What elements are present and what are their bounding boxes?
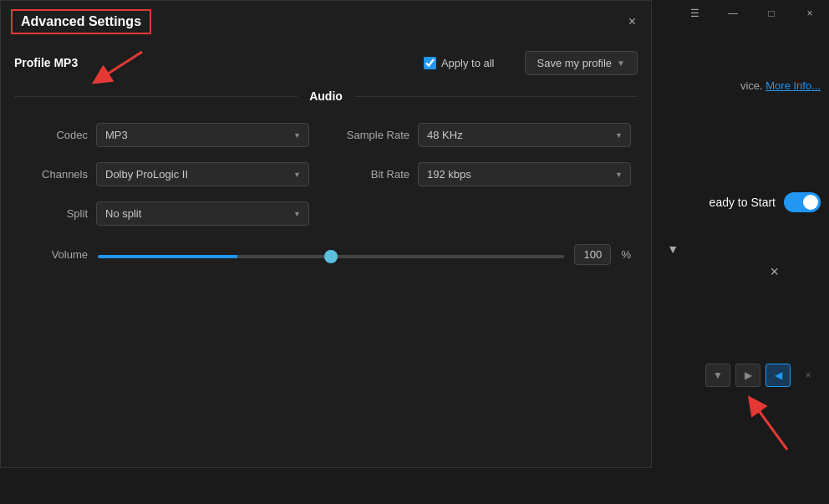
split-label: Split bbox=[21, 207, 88, 220]
codec-label: Codec bbox=[21, 129, 88, 141]
bit-rate-label: Bit Rate bbox=[343, 168, 409, 181]
volume-label: Volume bbox=[21, 248, 88, 261]
separator-line-right bbox=[354, 96, 638, 97]
left-column: Codec MP3 AAC OGG FLAC Channels Dolby Pr… bbox=[21, 123, 309, 226]
window-menu-button[interactable]: ☰ bbox=[675, 0, 714, 27]
channels-label: Channels bbox=[21, 168, 88, 181]
dropdown-indicator: ▼ bbox=[667, 242, 679, 256]
more-info-prefix: vice. bbox=[740, 79, 763, 92]
toolbar-row: Profile MP3 Apply to all Save my profile… bbox=[1, 43, 651, 83]
close-x-button[interactable]: × bbox=[770, 263, 779, 281]
audio-section-separator: Audio bbox=[1, 89, 651, 103]
window-maximize-button[interactable]: □ bbox=[752, 0, 791, 27]
volume-row: Volume 100 % bbox=[1, 244, 651, 265]
settings-content: Codec MP3 AAC OGG FLAC Channels Dolby Pr… bbox=[1, 109, 651, 239]
ready-label: eady to Start bbox=[709, 196, 776, 209]
ready-toggle[interactable] bbox=[784, 192, 821, 212]
title-bar: Advanced Settings × bbox=[1, 1, 651, 43]
bit-rate-select-wrapper: 192 kbps 128 kbps 256 kbps 320 kbps bbox=[418, 162, 631, 186]
codec-select[interactable]: MP3 AAC OGG FLAC bbox=[96, 123, 309, 147]
bit-rate-row: Bit Rate 192 kbps 128 kbps 256 kbps 320 … bbox=[343, 162, 631, 186]
channels-row: Channels Dolby ProLogic II Stereo Mono 5… bbox=[21, 162, 309, 186]
bottom-controls: ▼ ▶ ◀ × bbox=[705, 364, 821, 387]
save-profile-button[interactable]: Save my profile ▼ bbox=[525, 51, 638, 75]
sample-rate-row: Sample Rate 48 KHz 44.1 KHz 32 KHz 22 KH… bbox=[343, 123, 631, 147]
apply-to-all-label[interactable]: Apply to all bbox=[424, 57, 495, 69]
codec-row: Codec MP3 AAC OGG FLAC bbox=[21, 123, 309, 147]
right-panel: ☰ — □ × vice. More Info... eady to Start… bbox=[652, 0, 829, 504]
profile-label: Profile MP3 bbox=[14, 56, 78, 69]
bottom-active-btn[interactable]: ◀ bbox=[765, 364, 791, 387]
advanced-settings-dialog: Advanced Settings × Profile MP3 Apply to… bbox=[0, 0, 652, 468]
bottom-close-btn[interactable]: × bbox=[796, 364, 821, 387]
bottom-dropdown-btn[interactable]: ▼ bbox=[705, 364, 730, 387]
bottom-play-btn[interactable]: ▶ bbox=[735, 364, 760, 387]
title-bar-controls: × bbox=[623, 13, 641, 31]
split-select-wrapper: No split By size By time bbox=[96, 201, 309, 226]
window-minimize-button[interactable]: — bbox=[714, 0, 752, 27]
volume-slider[interactable] bbox=[98, 255, 564, 258]
split-select[interactable]: No split By size By time bbox=[96, 201, 309, 226]
apply-to-all-text: Apply to all bbox=[441, 57, 495, 69]
apply-to-all-checkbox[interactable] bbox=[424, 57, 436, 69]
separator-line-left bbox=[14, 96, 298, 97]
more-info-area: vice. More Info... bbox=[740, 79, 821, 92]
split-row: Split No split By size By time bbox=[21, 201, 309, 226]
more-info-link[interactable]: More Info... bbox=[765, 79, 821, 92]
sample-rate-select-wrapper: 48 KHz 44.1 KHz 32 KHz 22 KHz bbox=[418, 123, 631, 147]
audio-section-title: Audio bbox=[298, 89, 354, 103]
codec-select-wrapper: MP3 AAC OGG FLAC bbox=[96, 123, 309, 147]
window-controls: ☰ — □ × bbox=[675, 0, 829, 27]
volume-percent-label: % bbox=[621, 248, 631, 261]
sample-rate-label: Sample Rate bbox=[343, 129, 409, 141]
volume-value-display: 100 bbox=[574, 244, 611, 265]
save-profile-dropdown-arrow: ▼ bbox=[617, 59, 625, 68]
bit-rate-select[interactable]: 192 kbps 128 kbps 256 kbps 320 kbps bbox=[418, 162, 631, 186]
sample-rate-select[interactable]: 48 KHz 44.1 KHz 32 KHz 22 KHz bbox=[418, 123, 631, 147]
dialog-close-button[interactable]: × bbox=[623, 13, 641, 31]
save-profile-label: Save my profile bbox=[537, 57, 613, 69]
right-column: Sample Rate 48 KHz 44.1 KHz 32 KHz 22 KH… bbox=[343, 123, 631, 226]
dialog-title: Advanced Settings bbox=[11, 9, 151, 34]
window-close-button[interactable]: × bbox=[791, 0, 829, 27]
ready-to-start-area: eady to Start bbox=[709, 192, 821, 212]
volume-slider-wrapper bbox=[98, 248, 564, 261]
channels-select[interactable]: Dolby ProLogic II Stereo Mono 5.1 bbox=[96, 162, 309, 186]
channels-select-wrapper: Dolby ProLogic II Stereo Mono 5.1 bbox=[96, 162, 309, 186]
